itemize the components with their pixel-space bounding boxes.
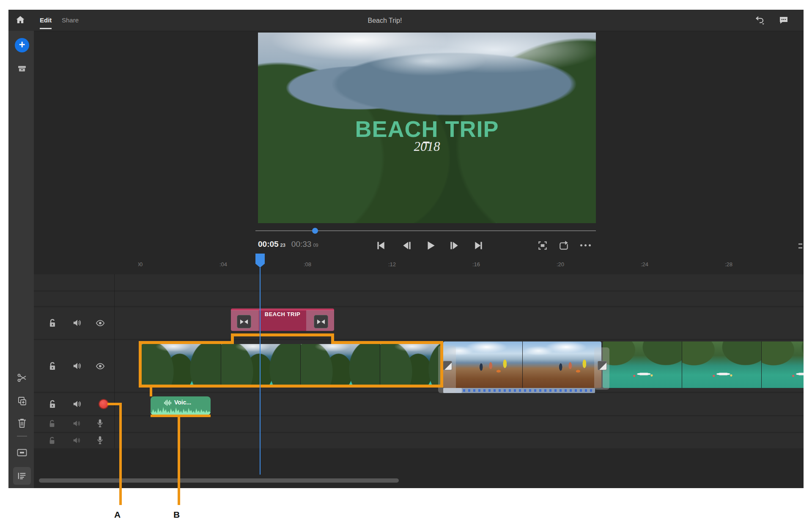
step-back-icon[interactable] (401, 240, 412, 251)
ruler[interactable]: 00:04:08:12:16:20:24:28 (114, 261, 804, 270)
voiceover-track-row (34, 393, 804, 415)
titles-icon[interactable] (17, 448, 27, 458)
ruler-tick: :20 (552, 261, 569, 268)
selection-border (139, 341, 142, 388)
project-title: Beach Trip! (347, 17, 423, 25)
speaker-icon[interactable] (72, 420, 81, 427)
clip-thumbnail (603, 341, 682, 388)
selection-border (440, 341, 443, 388)
timecode: 00:05 23 00:33 09 (258, 240, 318, 249)
selection-border (332, 341, 443, 344)
feedback-icon[interactable] (779, 15, 789, 25)
mic-track-row-2 (34, 433, 804, 448)
ruler-tick: :16 (468, 261, 485, 268)
timecode-current-frames: 23 (280, 243, 285, 248)
eye-icon[interactable] (96, 363, 105, 369)
video-clip-1[interactable] (142, 344, 440, 385)
selection-border (139, 341, 233, 344)
selection-border-notch (331, 333, 334, 344)
selection-connector (150, 388, 152, 396)
clip-thumbnail (380, 344, 440, 385)
toolbar-divider (17, 436, 27, 437)
speaker-icon[interactable] (72, 362, 82, 370)
transition-bowtie-icon[interactable] (237, 315, 251, 328)
eye-icon[interactable] (96, 320, 105, 326)
playhead-handle[interactable] (255, 254, 265, 264)
empty-track-row (34, 274, 804, 290)
add-media-button[interactable]: + (15, 38, 29, 52)
clip-thumbnail (301, 344, 380, 385)
selection-border-notch (231, 333, 234, 344)
step-forward-icon[interactable] (449, 240, 460, 251)
ruler-tick: :28 (720, 261, 737, 268)
delete-icon[interactable] (17, 418, 27, 428)
mic-track-row-1 (34, 416, 804, 432)
annotation-label-b: B (173, 510, 186, 520)
previous-icon[interactable] (375, 240, 386, 251)
speaker-icon[interactable] (72, 319, 82, 327)
callout-b-underline (151, 415, 211, 417)
callout-a-line (119, 403, 122, 505)
timeline-scrollbar[interactable] (39, 478, 399, 483)
undo-icon[interactable] (755, 15, 765, 25)
ruler-tick: :12 (384, 261, 401, 268)
selection-border (139, 385, 443, 388)
transition-bowtie-icon[interactable] (314, 315, 328, 328)
timecode-total: 00:33 (291, 240, 312, 249)
clip-audio-waveform (463, 389, 593, 392)
home-icon[interactable] (15, 15, 25, 25)
microphone-icon[interactable] (97, 419, 103, 428)
clip-thumbnail (682, 341, 762, 388)
next-icon[interactable] (473, 240, 484, 251)
lock-open-icon[interactable] (48, 400, 57, 409)
voiceover-clip-label: Voic... (174, 399, 191, 406)
timecode-current: 00:05 (258, 240, 279, 249)
video-clip-3[interactable] (603, 341, 804, 388)
preview-overlay-subtitle: 2018 (258, 139, 596, 154)
tab-edit[interactable]: Edit (40, 16, 52, 24)
title-clip[interactable]: BEACH TRIP (231, 309, 334, 331)
play-icon[interactable] (425, 240, 436, 251)
title-track-row (34, 307, 804, 339)
clip-thumbnail (523, 341, 601, 388)
tab-share[interactable]: Share (62, 16, 79, 24)
video-preview: BEACH TRIP 2018 (258, 33, 596, 223)
fullscreen-icon[interactable] (537, 240, 548, 251)
transition-diagonal-icon[interactable] (598, 361, 607, 370)
lock-open-icon[interactable] (48, 437, 56, 445)
page: Edit Share Beach Trip! + BEACH TRIP 2018 (0, 0, 812, 527)
ruler-tick: :24 (636, 261, 653, 268)
selection-border-notch (231, 333, 334, 336)
video-clip-2[interactable] (443, 341, 601, 388)
clip-thumbnail (762, 341, 804, 388)
callout-b-line (178, 417, 180, 505)
ruler-tick: :04 (215, 261, 232, 268)
speaker-icon[interactable] (72, 437, 81, 444)
timecode-total-frames: 09 (313, 243, 318, 248)
playhead-line (260, 268, 261, 475)
lock-open-icon[interactable] (48, 362, 57, 371)
lock-open-icon[interactable] (48, 319, 57, 328)
empty-track-row (34, 292, 804, 306)
more-icon[interactable] (580, 244, 591, 246)
voiceover-clip[interactable]: Voic... (151, 396, 211, 415)
playhead-point (255, 264, 265, 268)
lock-open-icon[interactable] (48, 420, 56, 428)
duplicate-icon[interactable] (17, 396, 27, 406)
track-panel-divider (114, 274, 115, 448)
speaker-icon[interactable] (72, 400, 82, 408)
microphone-icon[interactable] (97, 436, 103, 445)
transition-diagonal-icon[interactable] (443, 361, 452, 370)
loop-icon[interactable] (558, 240, 569, 251)
preview-scrubber-track[interactable] (255, 230, 596, 231)
clip-thumbnail (142, 344, 221, 385)
tab-edit-underline (40, 28, 52, 29)
split-icon[interactable] (17, 373, 27, 383)
ruler-tick: :08 (299, 261, 316, 268)
preview-scrubber-handle[interactable] (312, 228, 318, 234)
media-browser-icon[interactable] (17, 63, 27, 74)
annotation-label-a: A (114, 510, 127, 520)
waveform-icon (164, 400, 173, 406)
clip-thumbnail (221, 344, 301, 385)
preview-overlay-title: BEACH TRIP (258, 116, 596, 142)
